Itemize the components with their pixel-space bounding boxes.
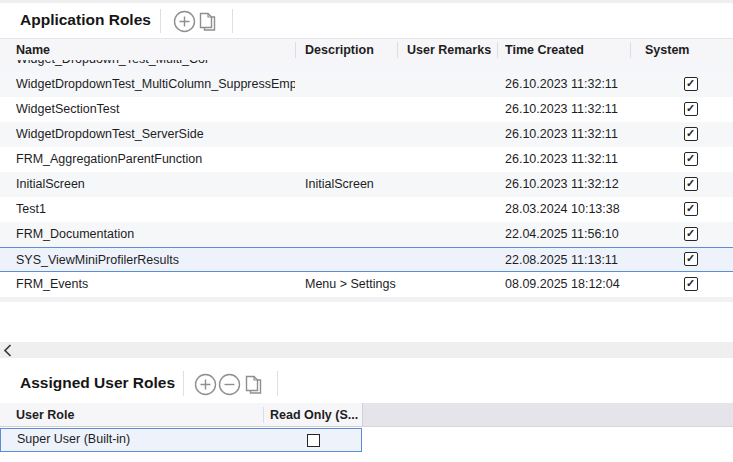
top-edge-strip [0, 0, 733, 3]
table-row[interactable]: WidgetDropdownTest_MultiColumn_SuppressE… [0, 72, 733, 97]
cell-time-created: 26.10.2023 11:32:11 [505, 147, 635, 172]
system-checkbox[interactable] [684, 152, 698, 166]
cell-description [305, 122, 401, 147]
cell-name: WidgetSectionTest [16, 97, 295, 122]
table-row-clipped[interactable]: Widget_Dropdown_Test_Multi_Col [0, 60, 733, 72]
column-header-description[interactable]: Description [305, 39, 390, 61]
clipped-row-text: Widget_Dropdown_Test_Multi_Col [16, 60, 208, 72]
cell-description [305, 72, 401, 97]
chevron-left-icon[interactable] [3, 344, 13, 357]
add-application-role-button[interactable] [172, 9, 196, 33]
copy-application-role-button[interactable] [196, 9, 220, 33]
table-row-selected[interactable]: SYS_ViewMiniProfilerResults 22.08.2025 1… [0, 247, 733, 272]
cell-time-created: 22.04.2025 11:56:10 [505, 222, 635, 247]
column-header-name[interactable]: Name [16, 39, 286, 61]
table-row[interactable]: InitialScreen InitialScreen 26.10.2023 1… [0, 172, 733, 197]
cell-name: FRM_Events [16, 272, 295, 297]
column-divider[interactable] [397, 42, 398, 58]
cell-description: Menu > Settings [305, 272, 401, 297]
cell-name: SYS_ViewMiniProfilerResults [16, 248, 295, 273]
cell-name: WidgetDropdownTest_MultiColumn_SuppressE… [16, 72, 295, 97]
cell-time-created: 26.10.2023 11:32:11 [505, 72, 635, 97]
assigned-user-roles-title: Assigned User Roles [20, 374, 175, 392]
column-divider[interactable] [497, 42, 498, 58]
cell-time-created: 26.10.2023 11:32:11 [505, 122, 635, 147]
app-window: Application Roles Name Description User … [0, 0, 733, 462]
cell-user-role: Super User (Built-in) [17, 429, 247, 450]
system-checkbox[interactable] [684, 227, 698, 241]
cell-description [305, 97, 401, 122]
plus-circle-icon [173, 10, 196, 33]
column-header-read-only[interactable]: Read Only (S... [270, 403, 360, 427]
remove-user-role-button[interactable] [217, 372, 241, 396]
application-roles-toolbar: Application Roles [0, 5, 733, 37]
cell-name: Test1 [16, 197, 295, 222]
cell-name: FRM_Documentation [16, 222, 295, 247]
next-row-sliver [0, 297, 733, 302]
system-checkbox[interactable] [684, 277, 698, 291]
horizontal-scrollbar[interactable] [0, 342, 733, 358]
system-checkbox[interactable] [684, 252, 698, 266]
minus-circle-icon [218, 373, 241, 396]
cell-description [305, 147, 401, 172]
table-row[interactable]: FRM_Documentation 22.04.2025 11:56:10 [0, 222, 733, 247]
system-checkbox[interactable] [684, 202, 698, 216]
copy-icon [243, 373, 265, 396]
table-row[interactable]: WidgetDropdownTest_ServerSide 26.10.2023… [0, 122, 733, 147]
cell-name: InitialScreen [16, 172, 295, 197]
system-checkbox[interactable] [684, 77, 698, 91]
column-header-system[interactable]: System [645, 39, 725, 61]
assigned-user-roles-toolbar: Assigned User Roles [0, 366, 733, 400]
header-filler [362, 403, 733, 427]
application-roles-title: Application Roles [20, 11, 151, 29]
add-user-role-button[interactable] [193, 372, 217, 396]
column-divider[interactable] [295, 42, 296, 58]
cell-time-created: 26.10.2023 11:32:11 [505, 97, 635, 122]
cell-description [305, 197, 401, 222]
cell-time-created: 26.10.2023 11:32:12 [505, 172, 635, 197]
copy-icon [197, 10, 219, 33]
column-divider[interactable] [630, 42, 631, 58]
system-checkbox[interactable] [684, 102, 698, 116]
cell-time-created: 28.03.2024 10:13:38 [505, 197, 635, 222]
copy-user-role-button[interactable] [242, 372, 266, 396]
toolbar-separator [232, 9, 233, 33]
table-row[interactable]: FRM_AggregationParentFunction 26.10.2023… [0, 147, 733, 172]
system-checkbox[interactable] [684, 177, 698, 191]
cell-time-created: 22.08.2025 11:13:11 [505, 248, 635, 273]
toolbar-separator [277, 371, 278, 396]
plus-circle-icon [194, 373, 217, 396]
table-row[interactable]: WidgetSectionTest 26.10.2023 11:32:11 [0, 97, 733, 122]
table-row[interactable]: Test1 28.03.2024 10:13:38 [0, 197, 733, 222]
table-row[interactable]: FRM_Events Menu > Settings 08.09.2025 18… [0, 272, 733, 297]
cell-time-created: 08.09.2025 18:12:04 [505, 272, 635, 297]
cell-name: FRM_AggregationParentFunction [16, 147, 295, 172]
toolbar-separator [183, 371, 184, 396]
read-only-checkbox[interactable] [307, 434, 320, 447]
column-header-user-role[interactable]: User Role [16, 403, 246, 427]
column-header-user-remarks[interactable]: User Remarks [407, 39, 491, 61]
toolbar-separator [160, 9, 161, 33]
column-divider[interactable] [263, 407, 264, 423]
system-checkbox[interactable] [684, 127, 698, 141]
cell-description: InitialScreen [305, 172, 401, 197]
assigned-role-row-selected[interactable]: Super User (Built-in) [0, 428, 362, 452]
cell-name: WidgetDropdownTest_ServerSide [16, 122, 295, 147]
assigned-roles-header-row: User Role Read Only (S... [0, 403, 362, 427]
column-header-time-created[interactable]: Time Created [505, 39, 623, 61]
cell-description [305, 222, 401, 247]
cell-description [305, 248, 401, 273]
